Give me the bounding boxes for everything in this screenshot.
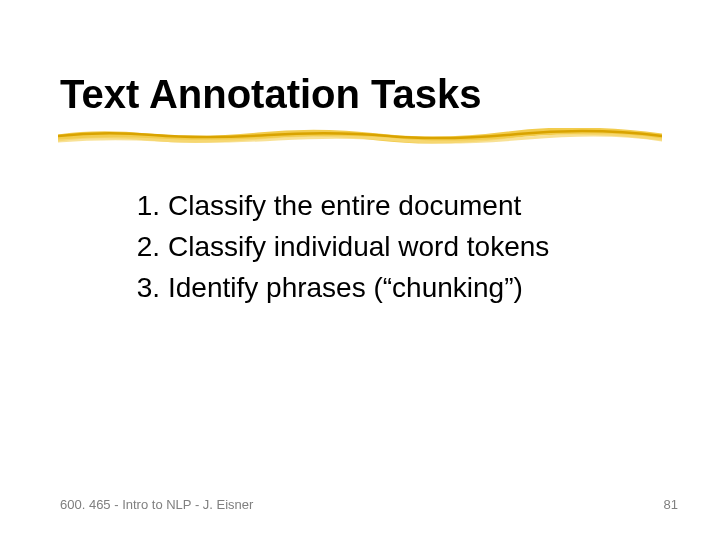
title-block: Text Annotation Tasks xyxy=(60,72,660,123)
list-text: Classify the entire document xyxy=(168,190,521,221)
footer-left: 600. 465 - Intro to NLP - J. Eisner xyxy=(60,497,253,512)
list-item: 2. Classify individual word tokens xyxy=(120,229,630,264)
body: 1. Classify the entire document 2. Class… xyxy=(120,188,630,311)
list-text: Identify phrases (“chunking”) xyxy=(168,272,523,303)
numbered-list: 1. Classify the entire document 2. Class… xyxy=(120,188,630,305)
title-underline xyxy=(58,128,662,146)
list-item: 3. Identify phrases (“chunking”) xyxy=(120,270,630,305)
list-text: Classify individual word tokens xyxy=(168,231,549,262)
list-number: 1. xyxy=(120,188,160,223)
list-item: 1. Classify the entire document xyxy=(120,188,630,223)
page-number: 81 xyxy=(664,497,678,512)
slide-title: Text Annotation Tasks xyxy=(60,72,660,123)
underline-svg xyxy=(58,128,662,146)
list-number: 3. xyxy=(120,270,160,305)
list-number: 2. xyxy=(120,229,160,264)
slide: Text Annotation Tasks 1. Classify the en… xyxy=(0,0,720,540)
